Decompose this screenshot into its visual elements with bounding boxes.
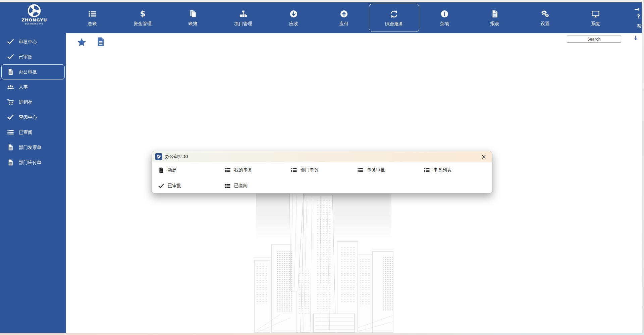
info-circle-icon [419,4,470,18]
nav-item-9[interactable]: 报表 [470,4,520,32]
sidebar-item-label: 已审批 [19,54,33,60]
sidebar-item-label: 部门应付单 [19,160,42,166]
nav-item-help[interactable]: 帮 [637,23,642,30]
arrow-down-icon[interactable]: ↓ [633,35,638,41]
popup-menu-item-label: 新建 [168,167,177,173]
dollar-icon: $ [117,4,168,18]
popup-menu: 新建我的事务部门事务事务审批事务列表已审批已查阅 [152,163,492,192]
swirl-logo-icon [17,4,51,17]
users-icon [7,84,14,90]
sidebar-item-2[interactable]: 已审批 [1,49,65,64]
copy-icon [168,4,218,18]
sidebar: 审批中心已审批办公审批人事进销存查阅中心已查阅部门发票单部门应付单 [0,33,66,333]
brand-name: ZHONGYU [17,18,51,22]
nav-item-label: 应付 [319,21,369,27]
file-icon [7,69,14,75]
sidebar-item-label: 进销存 [19,99,33,105]
nav-item-label: 设置 [520,21,570,27]
list-icon [224,183,231,189]
sitemap-icon [218,4,268,18]
list-icon [291,167,297,173]
nav-item-label: 系统 [570,21,621,27]
nav-item-6[interactable]: 应付 [319,4,369,32]
sidebar-item-9[interactable]: 部门应付单 [1,155,65,170]
nav-item-7[interactable]: 综合服务 [369,4,419,32]
popup-menu-item-3[interactable]: 部门事务 [291,163,357,177]
list-icon [67,4,117,18]
nav-item-1[interactable]: 总账 [67,4,117,32]
nav-item-5[interactable]: 应收 [268,4,319,32]
nav-item-3[interactable]: 账簿 [168,4,218,32]
sidebar-item-label: 已查阅 [19,129,33,135]
popup-office-approval: 办公审批30 × 新建我的事务部门事务事务审批事务列表已审批已查阅 [152,151,492,193]
popup-menu-item-label: 已审批 [168,183,181,189]
top-navigation: ZHONGYU SOFTWARE 中宇 总账$资金管理账簿项目管理应收应付综合服… [0,2,642,33]
nav-item-label: 账簿 [168,21,218,27]
nav-item-4[interactable]: 项目管理 [218,4,268,32]
sidebar-item-6[interactable]: 查阅中心 [1,110,65,125]
question-icon[interactable]: ? [637,13,640,20]
popup-menu-item-label: 事务审批 [367,167,385,173]
check-icon [7,39,14,45]
sidebar-item-4[interactable]: 人事 [1,79,65,95]
brand-subtitle: SOFTWARE 中宇 [17,22,51,25]
window-frame-bottom [0,333,644,335]
svg-text:$: $ [140,10,145,18]
sidebar-item-label: 审批中心 [19,39,37,45]
edge-arrow-icon[interactable]: → [634,5,640,13]
sidebar-item-7[interactable]: 已查阅 [1,125,65,140]
check-icon [158,183,164,189]
sync-icon [369,4,419,18]
popup-menu-item-7[interactable]: 已查阅 [224,179,291,192]
sidebar-item-label: 人事 [19,84,28,90]
sidebar-item-label: 查阅中心 [19,114,37,120]
sidebar-item-1[interactable]: 审批中心 [1,34,65,49]
file-icon [7,159,14,166]
file-icon [158,167,164,173]
star-icon[interactable] [77,38,86,48]
cart-icon [7,99,14,105]
circle-arrow-down-icon [268,4,319,18]
check-icon [7,54,14,60]
nav-item-label: 项目管理 [218,21,268,27]
window-frame-right [642,0,644,335]
circle-arrow-up-icon [319,4,369,18]
popup-menu-item-2[interactable]: 我的事务 [224,163,291,177]
monitor-icon [570,4,621,18]
sidebar-item-5[interactable]: 进销存 [1,95,65,110]
list-icon [424,167,430,173]
nav-item-label: 杂项 [419,21,470,27]
nav-item-2[interactable]: $资金管理 [117,4,168,32]
popup-menu-item-5[interactable]: 事务列表 [424,163,490,177]
popup-title: 办公审批30 [165,154,188,160]
file-icon [7,144,14,151]
popup-menu-item-label: 部门事务 [301,167,319,173]
sidebar-item-3[interactable]: 办公审批 [1,64,65,79]
brand: ZHONGYU SOFTWARE 中宇 [17,4,51,25]
popup-menu-item-label: 我的事务 [234,167,252,173]
document-icon[interactable] [96,37,105,48]
popup-menu-item-4[interactable]: 事务审批 [357,163,424,177]
gear-icon [155,153,162,160]
nav-item-label: 报表 [470,21,520,27]
nav-item-label: 综合服务 [369,21,419,27]
app-window: ZHONGYU SOFTWARE 中宇 总账$资金管理账簿项目管理应收应付综合服… [0,0,644,335]
window-frame-top [0,0,644,2]
nav-item-8[interactable]: 杂项 [419,4,470,32]
sidebar-item-label: 办公审批 [19,69,37,75]
nav-item-10[interactable]: 设置 [520,4,570,32]
gears-icon [520,4,570,18]
sidebar-item-label: 部门发票单 [19,145,42,151]
cityscape-sketch [253,190,394,333]
nav-item-label: 总账 [67,21,117,27]
search-input[interactable] [567,36,621,43]
nav-item-11[interactable]: 系统 [570,4,621,32]
popup-menu-item-label: 事务列表 [433,167,451,173]
list-icon [224,167,231,173]
nav-item-label: 资金管理 [117,21,168,27]
close-icon[interactable]: × [479,154,489,160]
list-icon [357,167,364,173]
popup-menu-item-1[interactable]: 新建 [158,163,224,177]
sidebar-item-8[interactable]: 部门发票单 [1,140,65,155]
popup-menu-item-6[interactable]: 已审批 [158,179,224,192]
